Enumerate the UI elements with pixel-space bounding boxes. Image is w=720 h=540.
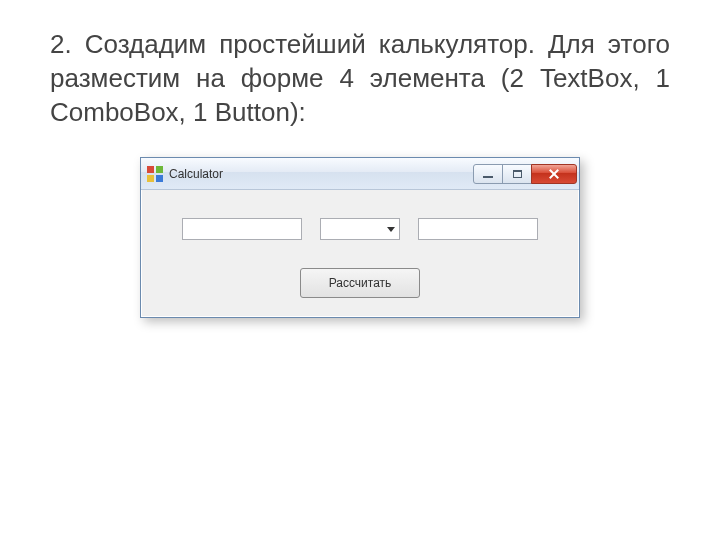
window-controls [474,164,577,184]
minimize-icon [483,176,493,178]
operator-combobox[interactable] [320,218,400,240]
operand2-input[interactable] [418,218,538,240]
close-button[interactable] [531,164,577,184]
button-row: Рассчитать [160,268,560,298]
operand1-input[interactable] [182,218,302,240]
window-titlebar[interactable]: Calculator [141,158,579,190]
maximize-icon [513,170,522,178]
window-title: Calculator [169,167,474,181]
window-client-area: Рассчитать [141,190,579,317]
app-icon [147,166,163,182]
close-icon [548,168,560,180]
maximize-button[interactable] [502,164,532,184]
calculator-window: Calculator Рассчитать [140,157,580,318]
calculate-button[interactable]: Рассчитать [300,268,421,298]
input-row [160,218,560,240]
instruction-paragraph: 2. Создадим простейший калькулятор. Для … [50,28,670,129]
minimize-button[interactable] [473,164,503,184]
chevron-down-icon [383,219,399,239]
